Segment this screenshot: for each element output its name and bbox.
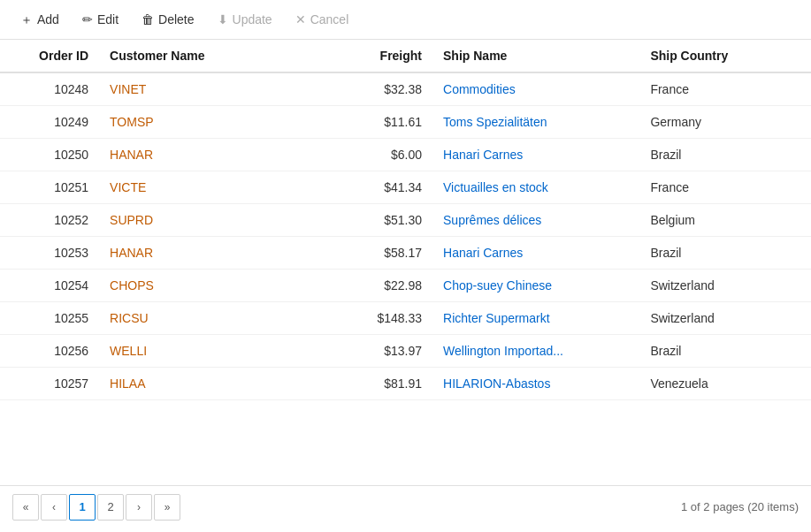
- cell-shipname: Toms Spezialitäten: [432, 106, 639, 139]
- edit-icon: ✏: [82, 13, 93, 26]
- table-row[interactable]: 10250HANAR$6.00Hanari CarnesBrazil: [0, 139, 811, 171]
- cell-custname: HILAA: [99, 368, 342, 400]
- cell-custname: HANAR: [99, 237, 342, 270]
- cell-custname: VICTE: [99, 171, 342, 204]
- cell-shipname: Wellington Importad...: [432, 335, 639, 368]
- cell-shipcountry: Brazil: [639, 335, 811, 368]
- cell-orderid: 10252: [0, 204, 99, 237]
- cell-shipname: Commodities: [432, 72, 639, 106]
- cell-orderid: 10248: [0, 72, 99, 106]
- table-row[interactable]: 10252SUPRD$51.30Suprêmes délicesBelgium: [0, 204, 811, 237]
- table-row[interactable]: 10254CHOPS$22.98Chop-suey ChineseSwitzer…: [0, 270, 811, 302]
- cell-shipcountry: Switzerland: [639, 270, 811, 302]
- cell-custname: TOMSP: [99, 106, 342, 139]
- table-row[interactable]: 10251VICTE$41.34Victuailles en stockFran…: [0, 171, 811, 204]
- col-header-shipcountry: Ship Country: [639, 40, 811, 72]
- cell-orderid: 10255: [0, 302, 99, 335]
- cell-orderid: 10253: [0, 237, 99, 270]
- cell-freight: $6.00: [342, 139, 432, 171]
- cell-custname: HANAR: [99, 139, 342, 171]
- cell-orderid: 10257: [0, 368, 99, 400]
- cell-shipname: Victuailles en stock: [432, 171, 639, 204]
- cell-shipcountry: Venezuela: [639, 368, 811, 400]
- cell-custname: CHOPS: [99, 270, 342, 302]
- toolbar: ＋ Add ✏ Edit 🗑 Delete ⬇ Update ✕ Cancel: [0, 0, 811, 40]
- col-header-shipname: Ship Name: [432, 40, 639, 72]
- update-icon: ⬇: [218, 13, 228, 26]
- cell-shipcountry: Brazil: [639, 139, 811, 171]
- prev-icon: ‹: [52, 501, 56, 513]
- cell-orderid: 10249: [0, 106, 99, 139]
- cancel-icon: ✕: [295, 13, 306, 26]
- cell-freight: $81.91: [342, 368, 432, 400]
- cancel-label: Cancel: [310, 12, 349, 27]
- table-row[interactable]: 10256WELLI$13.97Wellington Importad...Br…: [0, 335, 811, 368]
- cell-orderid: 10250: [0, 139, 99, 171]
- cell-custname: VINET: [99, 72, 342, 106]
- cancel-button[interactable]: ✕ Cancel: [286, 7, 359, 32]
- cell-orderid: 10256: [0, 335, 99, 368]
- col-header-orderid: Order ID: [0, 40, 99, 72]
- table-row[interactable]: 10249TOMSP$11.61Toms SpezialitätenGerman…: [0, 106, 811, 139]
- add-button[interactable]: ＋ Add: [11, 7, 69, 32]
- update-button[interactable]: ⬇ Update: [208, 7, 282, 32]
- cell-shipcountry: Switzerland: [639, 302, 811, 335]
- cell-shipname: Suprêmes délices: [432, 204, 639, 237]
- page-first-button[interactable]: «: [12, 494, 39, 521]
- cell-freight: $41.34: [342, 171, 432, 204]
- page-1-button[interactable]: 1: [69, 494, 96, 521]
- update-label: Update: [233, 12, 272, 27]
- table-scroll[interactable]: Order ID Customer Name Freight Ship Name…: [0, 40, 811, 485]
- page-next-button[interactable]: ›: [126, 494, 152, 521]
- cell-freight: $148.33: [342, 302, 432, 335]
- table-row[interactable]: 10253HANAR$58.17Hanari CarnesBrazil: [0, 237, 811, 270]
- page-prev-button[interactable]: ‹: [41, 494, 67, 521]
- cell-custname: WELLI: [99, 335, 342, 368]
- table-row[interactable]: 10255RICSU$148.33Richter SupermarktSwitz…: [0, 302, 811, 335]
- edit-button[interactable]: ✏ Edit: [73, 7, 128, 32]
- cell-shipname: Richter Supermarkt: [432, 302, 639, 335]
- trash-icon: 🗑: [142, 13, 154, 26]
- delete-button[interactable]: 🗑 Delete: [132, 7, 203, 32]
- page-nav: « ‹ 1 2 › »: [12, 494, 180, 521]
- orders-table: Order ID Customer Name Freight Ship Name…: [0, 40, 811, 400]
- cell-shipcountry: France: [639, 171, 811, 204]
- table-body: 10248VINET$32.38CommoditiesFrance10249TO…: [0, 72, 811, 400]
- cell-freight: $51.30: [342, 204, 432, 237]
- first-icon: «: [23, 501, 29, 513]
- cell-shipname: Hanari Carnes: [432, 139, 639, 171]
- add-label: Add: [37, 12, 59, 27]
- cell-custname: SUPRD: [99, 204, 342, 237]
- col-header-freight: Freight: [342, 40, 432, 72]
- cell-shipname: Hanari Carnes: [432, 237, 639, 270]
- cell-custname: RICSU: [99, 302, 342, 335]
- table-row[interactable]: 10257HILAA$81.91HILARION-AbastosVenezuel…: [0, 368, 811, 400]
- page-info: 1 of 2 pages (20 items): [681, 500, 799, 513]
- table-header: Order ID Customer Name Freight Ship Name…: [0, 40, 811, 72]
- cell-freight: $32.38: [342, 72, 432, 106]
- page-last-button[interactable]: »: [154, 494, 180, 521]
- cell-shipcountry: Brazil: [639, 237, 811, 270]
- cell-shipcountry: Belgium: [639, 204, 811, 237]
- cell-freight: $22.98: [342, 270, 432, 302]
- cell-shipcountry: Germany: [639, 106, 811, 139]
- col-header-custname: Customer Name: [99, 40, 342, 72]
- table-row[interactable]: 10248VINET$32.38CommoditiesFrance: [0, 72, 811, 106]
- next-icon: ›: [137, 501, 141, 513]
- delete-label: Delete: [158, 12, 194, 27]
- cell-shipname: HILARION-Abastos: [432, 368, 639, 400]
- cell-orderid: 10254: [0, 270, 99, 302]
- plus-icon: ＋: [20, 13, 33, 26]
- last-icon: »: [164, 501, 171, 513]
- cell-freight: $58.17: [342, 237, 432, 270]
- cell-freight: $11.61: [342, 106, 432, 139]
- cell-freight: $13.97: [342, 335, 432, 368]
- pagination-bar: « ‹ 1 2 › » 1 of 2 pages (20 items): [0, 485, 811, 528]
- page-2-button[interactable]: 2: [97, 494, 124, 521]
- cell-shipname: Chop-suey Chinese: [432, 270, 639, 302]
- cell-orderid: 10251: [0, 171, 99, 204]
- edit-label: Edit: [97, 12, 119, 27]
- table-container: Order ID Customer Name Freight Ship Name…: [0, 40, 811, 485]
- cell-shipcountry: France: [639, 72, 811, 106]
